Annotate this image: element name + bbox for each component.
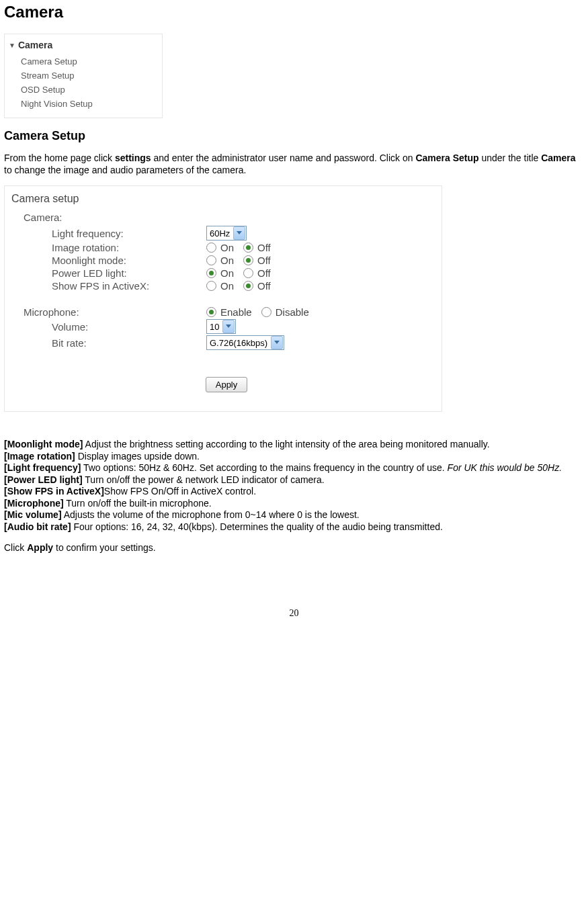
radio-off[interactable]: [243, 268, 253, 278]
row-light-frequency: Light frequency: 60Hz: [11, 226, 442, 241]
radio-label: On: [220, 280, 234, 292]
label-power-led: Power LED light:: [11, 267, 206, 279]
radio-label: On: [220, 242, 234, 253]
dropdown-value: 60Hz: [207, 228, 233, 239]
dropdown-light-frequency[interactable]: 60Hz: [206, 226, 247, 241]
radio-off[interactable]: [243, 243, 253, 253]
label-show-fps: Show FPS in ActiveX:: [11, 280, 206, 292]
radio-on[interactable]: [206, 281, 216, 291]
text-bold: Camera Setup: [415, 153, 478, 163]
text-bold: [Microphone]: [4, 498, 64, 509]
row-power-led: Power LED light: On Off: [11, 267, 442, 279]
svg-marker-0: [237, 231, 242, 234]
text: to confirm your settings.: [53, 542, 156, 553]
radio-label: On: [220, 267, 234, 279]
svg-marker-1: [226, 325, 231, 328]
text: Adjust the brightness setting according …: [83, 439, 489, 449]
row-image-rotation: Image rotation: On Off: [11, 242, 442, 253]
text: Turn on/off the built-in microphone.: [64, 498, 212, 509]
footer-text: Click Apply to confirm your settings.: [4, 542, 584, 554]
row-moonlight: Moonlight mode: On Off: [11, 255, 442, 266]
text: Turn on/off the power & network LED indi…: [83, 474, 325, 485]
radio-label: Enable: [220, 306, 252, 318]
radio-off[interactable]: [243, 255, 253, 265]
radio-label: Off: [257, 280, 271, 292]
text: Four options: 16, 24, 32, 40(kbps). Dete…: [71, 521, 443, 532]
nav-item: Night Vision Setup: [9, 97, 162, 111]
label-light-frequency: Light frequency:: [11, 228, 206, 239]
text-bold: [Audio bit rate]: [4, 521, 71, 532]
row-bitrate: Bit rate: G.726(16kbps): [11, 335, 442, 350]
text-bold: Apply: [27, 542, 53, 553]
text-italic: For UK this would be 50Hz.: [448, 462, 562, 473]
text-bold: [Mic volume]: [4, 509, 62, 520]
row-show-fps: Show FPS in ActiveX: On Off: [11, 280, 442, 292]
text: to change the image and audio parameters…: [4, 165, 246, 175]
triangle-down-icon: ▼: [9, 42, 15, 49]
row-volume: Volume: 10: [11, 319, 442, 334]
page-number: 20: [4, 608, 584, 619]
label-volume: Volume:: [11, 321, 206, 333]
nav-header-label: Camera: [18, 40, 52, 50]
chevron-down-icon: [222, 320, 235, 333]
radio-on[interactable]: [206, 243, 216, 253]
radio-label: Off: [257, 255, 271, 266]
chevron-down-icon: [233, 226, 245, 240]
radio-label: Off: [257, 242, 271, 253]
radio-label: Off: [257, 267, 271, 279]
text: and enter the administrator user name an…: [151, 153, 416, 163]
text: Adjusts the volume of the microphone fro…: [62, 509, 360, 520]
text-bold: [Light frequency]: [4, 462, 81, 473]
text-bold: Camera: [541, 153, 575, 163]
nav-item: Stream Setup: [9, 69, 162, 83]
setup-title: Camera setup: [11, 193, 442, 205]
radio-off[interactable]: [243, 281, 253, 291]
section-title: Camera Setup: [4, 129, 584, 143]
apply-button[interactable]: Apply: [206, 377, 248, 392]
radio-disable[interactable]: [261, 307, 271, 317]
row-microphone: Microphone: Enable Disable: [11, 306, 442, 318]
description-block: [Moonlight mode] Adjust the brightness s…: [4, 439, 584, 533]
camera-setup-screenshot: Camera setup Camera: Light frequency: 60…: [4, 185, 442, 412]
label-microphone: Microphone:: [11, 306, 206, 318]
radio-on[interactable]: [206, 255, 216, 265]
dropdown-value: 10: [207, 322, 222, 332]
text-bold: settings: [115, 153, 151, 163]
page-title: Camera: [4, 3, 584, 21]
text-bold: [Moonlight mode]: [4, 439, 83, 449]
radio-enable[interactable]: [206, 307, 216, 317]
dropdown-bitrate[interactable]: G.726(16kbps): [206, 335, 284, 350]
text: Click: [4, 542, 27, 553]
radio-label: On: [220, 255, 234, 266]
nav-header: ▼ Camera: [9, 40, 162, 50]
label-image-rotation: Image rotation:: [11, 242, 206, 253]
nav-item: Camera Setup: [9, 54, 162, 69]
text: Two options: 50Hz & 60Hz. Set according …: [81, 462, 447, 473]
nav-menu-screenshot: ▼ Camera Camera Setup Stream Setup OSD S…: [4, 34, 163, 118]
radio-label: Disable: [276, 306, 309, 318]
radio-on[interactable]: [206, 268, 216, 278]
dropdown-volume[interactable]: 10: [206, 319, 236, 334]
text: Display images upside down.: [75, 451, 200, 462]
nav-item: OSD Setup: [9, 83, 162, 97]
label-moonlight: Moonlight mode:: [11, 255, 206, 266]
label-bitrate: Bit rate:: [11, 337, 206, 349]
text: under the title: [479, 153, 542, 163]
intro-paragraph: From the home page click settings and en…: [4, 153, 584, 176]
text-bold: [Image rotation]: [4, 451, 75, 462]
text: From the home page click: [4, 153, 115, 163]
chevron-down-icon: [271, 336, 283, 349]
svg-marker-2: [274, 341, 280, 344]
text: Show FPS On/Off in ActiveX control.: [104, 486, 256, 496]
group-camera-label: Camera:: [24, 212, 442, 223]
text-bold: [Show FPS in ActiveX]: [4, 486, 104, 496]
text-bold: [Power LED light]: [4, 474, 83, 485]
dropdown-value: G.726(16kbps): [207, 338, 270, 348]
